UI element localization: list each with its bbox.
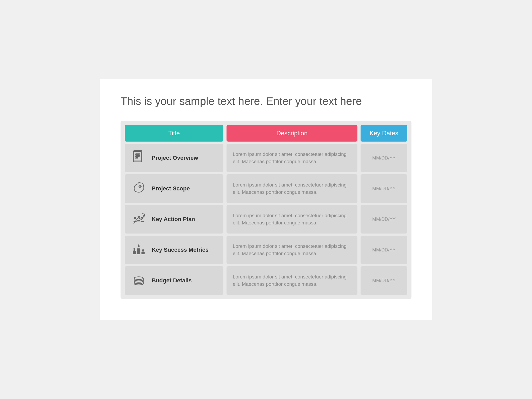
description-project-scope: Lorem ipsum dolor sit amet, consectetuer… (227, 174, 357, 203)
title-cell-key-action-plan: Key Action Plan (125, 205, 223, 234)
slide-title: This is your sample text here. Enter you… (121, 95, 411, 108)
date-project-scope: MM/DD/YY (361, 174, 407, 203)
table-header: Title Description Key Dates (125, 125, 407, 142)
label-budget-details: Budget Details (152, 277, 192, 284)
svg-point-16 (134, 248, 135, 250)
title-cell-budget-details: Budget Details (125, 266, 223, 295)
coins-icon (131, 272, 147, 289)
title-cell-project-overview: Project Overview (125, 144, 223, 172)
label-project-overview: Project Overview (152, 155, 198, 161)
title-cell-project-scope: Project Scope (125, 174, 223, 203)
table-row: Project Overview Lorem ipsum dolor sit a… (125, 144, 407, 172)
header-key-dates: Key Dates (361, 125, 407, 142)
description-key-action-plan: Lorem ipsum dolor sit amet, consectetuer… (227, 205, 357, 234)
svg-rect-15 (142, 252, 145, 254)
podium-icon (131, 242, 147, 258)
description-budget-details: Lorem ipsum dolor sit amet, consectetuer… (227, 266, 357, 295)
brain-gear-icon (131, 180, 147, 197)
header-description: Description (227, 125, 357, 142)
label-key-success-metrics: Key Success Metrics (152, 247, 209, 253)
table-row: Project Scope Lorem ipsum dolor sit amet… (125, 174, 407, 203)
title-cell-key-success-metrics: Key Success Metrics (125, 236, 223, 264)
table-wrapper: Title Description Key Dates (121, 121, 411, 299)
header-title: Title (125, 125, 223, 142)
table-body: Project Overview Lorem ipsum dolor sit a… (125, 144, 407, 295)
document-icon (131, 150, 147, 166)
label-key-action-plan: Key Action Plan (152, 216, 195, 223)
svg-rect-13 (133, 251, 136, 254)
team-arrow-icon (131, 211, 147, 228)
table-row: Key Action Plan Lorem ipsum dolor sit am… (125, 205, 407, 234)
description-key-success-metrics: Lorem ipsum dolor sit amet, consectetuer… (227, 236, 357, 264)
svg-point-10 (134, 217, 136, 219)
table-row: Budget Details Lorem ipsum dolor sit ame… (125, 266, 407, 295)
slide-container: This is your sample text here. Enter you… (100, 79, 432, 320)
date-project-overview: MM/DD/YY (361, 144, 407, 172)
date-budget-details: MM/DD/YY (361, 266, 407, 295)
date-key-action-plan: MM/DD/YY (361, 205, 407, 234)
svg-point-28 (134, 277, 143, 280)
label-project-scope: Project Scope (152, 185, 190, 192)
date-key-success-metrics: MM/DD/YY (361, 236, 407, 264)
description-project-overview: Lorem ipsum dolor sit amet, consectetuer… (227, 144, 357, 172)
table-row: Key Success Metrics Lorem ipsum dolor si… (125, 236, 407, 264)
svg-rect-14 (137, 248, 140, 254)
svg-point-19 (142, 249, 144, 251)
svg-point-9 (139, 186, 141, 187)
